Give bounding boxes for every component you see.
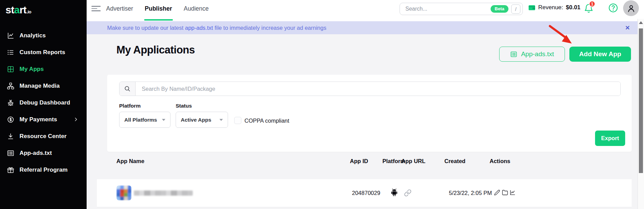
document-list-icon [7, 149, 14, 157]
app-id-value: 204870029 [352, 190, 380, 196]
column-header-actions: Actions [490, 158, 510, 164]
sidebar-item-my-apps[interactable]: My Apps [0, 61, 87, 77]
tab-publisher[interactable]: Publisher [145, 5, 172, 12]
gift-icon [7, 166, 14, 174]
created-value: 5/23/22, 2:05 PM [449, 190, 492, 196]
coppa-checkbox[interactable] [234, 117, 241, 124]
scrollbar-thumb[interactable] [639, 28, 643, 173]
sidebar-item-app-ads[interactable]: App-ads.txt [0, 145, 87, 161]
add-new-app-button[interactable]: Add New App [569, 47, 631, 62]
topnav-tabs: Advertiser Publisher Audience [106, 5, 209, 12]
beta-badge: Beta [491, 5, 508, 13]
annotation-arrow [547, 24, 575, 46]
help-button[interactable] [608, 3, 618, 13]
logo-green-a: a [14, 4, 20, 15]
topbar: Advertiser Publisher Audience Beta / Rev… [87, 0, 644, 21]
scrollbar[interactable] [637, 19, 644, 209]
person-icon [627, 4, 636, 13]
notification-count-badge: 1 [589, 1, 595, 7]
global-search-input[interactable] [405, 6, 491, 12]
column-header-app-url: App URL [401, 158, 426, 164]
column-header-app-name: App Name [116, 158, 144, 164]
edit-icon[interactable] [494, 189, 500, 196]
bug-icon [7, 99, 14, 107]
document-list-icon [510, 51, 517, 58]
chevron-down-icon [219, 119, 223, 121]
sidebar: start.io Analytics Custom Reports My App… [0, 0, 87, 209]
folder-icon[interactable] [502, 189, 508, 196]
sidebar-item-my-payments[interactable]: My Payments [0, 111, 87, 128]
sitemap-icon [7, 82, 14, 90]
sidebar-item-manage-media[interactable]: Manage Media [0, 77, 87, 94]
app-url-link-icon[interactable] [404, 189, 412, 197]
slash-shortcut-key: / [511, 4, 520, 14]
platform-label: Platform [119, 103, 141, 109]
sidebar-item-label: Resource Center [20, 133, 67, 140]
startio-logo[interactable]: start.io [5, 4, 31, 16]
global-search: Beta / [400, 3, 523, 15]
revenue-indicator: Revenue: $0.01 [528, 4, 580, 11]
avatar[interactable] [623, 0, 639, 16]
platform-select[interactable]: All Platforms [119, 112, 171, 128]
close-icon[interactable]: ✕ [625, 24, 630, 32]
tab-audience[interactable]: Audience [184, 5, 209, 12]
column-header-created: Created [444, 158, 465, 164]
column-header-app-id: App ID [350, 158, 368, 164]
sidebar-item-label: Custom Reports [20, 49, 65, 56]
tab-advertiser[interactable]: Advertiser [106, 5, 133, 12]
sidebar-item-referral-program[interactable]: Referral Program [0, 161, 87, 178]
chevron-right-icon [73, 117, 78, 122]
list-icon [7, 49, 14, 56]
sidebar-item-analytics[interactable]: Analytics [0, 27, 87, 44]
status-label: Status [176, 103, 192, 109]
dollar-circle-icon [7, 116, 14, 123]
sidebar-item-label: My Apps [20, 66, 44, 73]
app-icon-blurred [116, 185, 131, 200]
scroll-up-arrow-icon[interactable] [639, 21, 643, 24]
sidebar-item-label: Analytics [20, 32, 46, 39]
sidebar-item-label: Manage Media [20, 83, 60, 89]
status-select[interactable]: Active Apps [176, 112, 228, 128]
sidebar-item-label: App-ads.txt [20, 150, 52, 157]
notifications-button[interactable]: 1 [584, 3, 594, 14]
export-button[interactable]: Export [595, 131, 625, 146]
search-icon [119, 82, 136, 96]
question-icon [608, 3, 618, 13]
app-name-blurred [134, 190, 193, 196]
logo-text: st [5, 4, 14, 15]
sidebar-item-debug-dashboard[interactable]: Debug Dashboard [0, 94, 87, 111]
revenue-value: $0.01 [566, 4, 581, 11]
sidebar-item-label: Debug Dashboard [20, 99, 70, 106]
app-search-field [119, 82, 621, 96]
revenue-label: Revenue: [538, 4, 563, 11]
chevron-down-icon [162, 119, 165, 121]
appads-txt-button[interactable]: App-ads.txt [499, 47, 565, 62]
app-search-input[interactable] [136, 82, 620, 96]
coppa-label: COPPA compliant [244, 118, 289, 124]
grid-icon [7, 65, 14, 73]
analytics-icon[interactable] [509, 189, 516, 196]
page-title: My Applications [116, 44, 195, 56]
banner-appads-link[interactable]: app-ads.txt [185, 25, 213, 31]
wallet-icon [528, 4, 535, 11]
sidebar-item-label: Referral Program [20, 167, 68, 173]
banner-text: Make sure to update our latest app-ads.t… [107, 25, 326, 31]
menu-collapse-icon[interactable] [91, 6, 101, 11]
sidebar-menu: Analytics Custom Reports My Apps Manage … [0, 27, 87, 178]
android-icon [390, 188, 399, 197]
sidebar-item-custom-reports[interactable]: Custom Reports [0, 44, 87, 61]
download-icon [7, 133, 14, 140]
sidebar-item-label: My Payments [20, 116, 57, 123]
sidebar-item-resource-center[interactable]: Resource Center [0, 128, 87, 145]
analytics-icon [7, 32, 14, 39]
